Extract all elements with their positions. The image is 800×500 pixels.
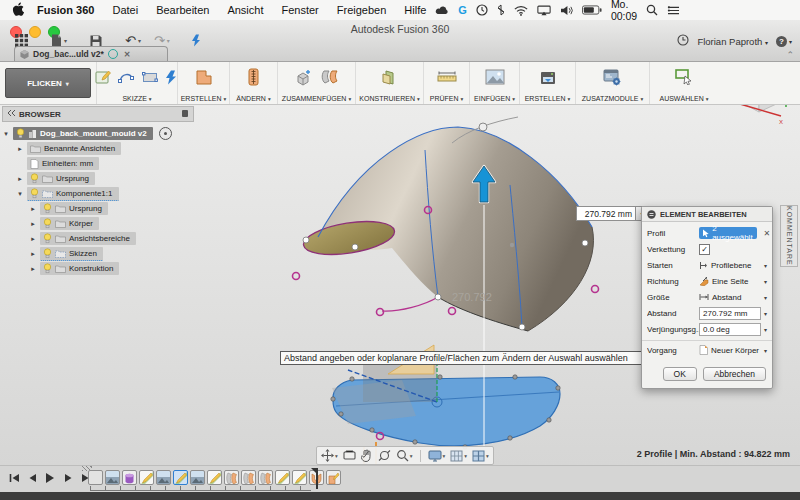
ribbon-group-label[interactable]: EINFÜGEN ▾ xyxy=(474,94,515,102)
skip-to-start-button[interactable] xyxy=(8,472,20,484)
tree-expand-icon[interactable]: ▾ xyxy=(2,130,10,138)
ribbon-group-label[interactable]: ZUSAMMENFÜGEN ▾ xyxy=(282,94,351,102)
dimension-input[interactable]: 270.792 mm xyxy=(576,206,636,221)
quilt-icon[interactable] xyxy=(320,69,338,89)
bluetooth-status-icon[interactable] xyxy=(497,4,505,16)
menu-datei[interactable]: Datei xyxy=(103,4,147,16)
activate-component-radio[interactable] xyxy=(159,127,172,140)
feature-sketch-icon[interactable] xyxy=(139,470,154,485)
clear-selection-icon[interactable]: ✕ xyxy=(763,229,770,238)
direction-dropdown[interactable]: Eine Seite ▾ xyxy=(699,277,767,286)
tree-collapse-icon[interactable]: ▸ xyxy=(29,235,37,243)
notification-center-icon[interactable] xyxy=(667,5,680,16)
spotlight-icon[interactable] xyxy=(646,4,658,16)
wifi-status-icon[interactable] xyxy=(514,5,528,16)
browser-item-root[interactable]: Dog_back_mount_mould v2 xyxy=(13,127,153,140)
timemachine-status-icon[interactable] xyxy=(476,4,488,16)
browser-item-construction[interactable]: Konstruktion xyxy=(40,262,119,275)
ribbon-group-label[interactable]: ERSTELLEN ▾ xyxy=(181,94,227,102)
feature-sketch-icon-selected[interactable] xyxy=(173,470,188,485)
rectangle-icon[interactable] xyxy=(142,70,158,88)
grid-settings-icon[interactable]: ▾ xyxy=(450,450,467,462)
taper-dropdown-icon[interactable]: ▾ xyxy=(764,326,767,333)
feature-image-icon[interactable] xyxy=(156,470,171,485)
distance-input[interactable]: 270.792 mm xyxy=(699,307,761,320)
select-icon[interactable] xyxy=(675,69,693,89)
play-button[interactable] xyxy=(44,472,56,484)
measure-ruler-icon[interactable] xyxy=(437,70,457,88)
dialog-header[interactable]: ELEMENT BEARBEITEN xyxy=(642,207,772,222)
addins-icon[interactable] xyxy=(603,69,622,90)
taper-angle-input[interactable]: 0.0 deg xyxy=(699,323,761,336)
browser-item-viewranges[interactable]: Ansichtsbereiche xyxy=(40,232,136,245)
start-dropdown[interactable]: Profilebene ▾ xyxy=(699,261,767,270)
distance-dropdown-icon[interactable]: ▾ xyxy=(764,310,767,317)
feature-sketch-icon[interactable] xyxy=(275,470,290,485)
browser-item-comp-origin[interactable]: Ursprung xyxy=(40,202,108,215)
apple-menu-icon[interactable] xyxy=(0,2,28,18)
stitch-icon[interactable] xyxy=(247,68,260,90)
comments-panel-tab[interactable]: KOMMENTARE xyxy=(780,205,798,267)
operation-dropdown[interactable]: Neuer Körper ▾ xyxy=(699,345,767,355)
ribbon-group-label[interactable]: PRÜFEN ▾ xyxy=(430,94,464,102)
menu-clock[interactable]: Mo. 00:09 xyxy=(611,0,637,22)
extent-dropdown[interactable]: Abstand ▾ xyxy=(699,293,767,302)
browser-item-named-views[interactable]: Benannte Ansichten xyxy=(27,142,121,155)
menu-fenster[interactable]: Fenster xyxy=(272,4,327,16)
orbit-tool-icon[interactable]: ▾ xyxy=(321,449,338,462)
pan-tool-icon[interactable] xyxy=(361,449,373,462)
construction-plane-icon[interactable] xyxy=(381,69,398,90)
display-settings-icon[interactable]: ▾ xyxy=(428,450,446,462)
sync-status-icon[interactable] xyxy=(188,34,206,47)
browser-item-component1[interactable]: Komponente1:1 xyxy=(27,187,119,201)
cloud-status-icon[interactable] xyxy=(435,5,449,16)
timeline-position-marker[interactable] xyxy=(316,468,318,489)
look-at-tool-icon[interactable] xyxy=(343,450,356,461)
menu-app-name[interactable]: Fusion 360 xyxy=(28,4,103,16)
ribbon-group-label[interactable]: AUSWÄHLEN ▾ xyxy=(659,94,708,102)
ghub-status-icon[interactable]: G xyxy=(458,4,467,16)
browser-item-sketches[interactable]: Skizzen xyxy=(40,247,103,261)
cancel-button[interactable]: Abbrechen xyxy=(703,367,766,381)
patch-create-icon[interactable] xyxy=(195,69,213,90)
job-status-clock-icon[interactable] xyxy=(677,34,689,48)
menu-ansicht[interactable]: Ansicht xyxy=(218,4,272,16)
tree-collapse-icon[interactable]: ▸ xyxy=(16,175,24,183)
volume-status-icon[interactable] xyxy=(560,5,573,16)
tree-collapse-icon[interactable]: ▸ xyxy=(16,145,24,153)
ribbon-group-label[interactable]: ZUSATZMODULE ▾ xyxy=(582,94,643,102)
tree-collapse-icon[interactable]: ▸ xyxy=(29,265,37,273)
tab-close-icon[interactable]: ✕ xyxy=(124,50,131,59)
feature-form-icon[interactable] xyxy=(122,470,137,485)
chaining-checkbox[interactable]: ✓ xyxy=(699,244,710,255)
feature-sketch-icon[interactable] xyxy=(207,470,222,485)
insert-image-icon[interactable] xyxy=(485,69,505,89)
profile-selection-chip[interactable]: 2 ausgewählt xyxy=(699,227,757,239)
tree-collapse-icon[interactable]: ▸ xyxy=(29,250,37,258)
document-tab[interactable]: Dog_bac...uld v2* ✕ xyxy=(14,46,168,61)
browser-filter-icon[interactable] xyxy=(181,109,189,120)
viewports-icon[interactable]: ▾ xyxy=(472,450,489,462)
user-menu[interactable]: Florian Paproth ▾ xyxy=(697,36,768,47)
workspace-selector-button[interactable]: FLICKEN▾ xyxy=(5,68,91,98)
browser-collapse-icon[interactable] xyxy=(7,109,15,119)
bolt-icon[interactable] xyxy=(165,70,179,89)
ok-button[interactable]: OK xyxy=(663,367,697,381)
feature-patch-icon[interactable] xyxy=(258,470,273,485)
feature-sketch-icon[interactable] xyxy=(292,470,307,485)
tab-sync-icon[interactable] xyxy=(108,49,118,59)
zoom-tool-icon[interactable]: ▾ xyxy=(396,449,413,462)
browser-item-bodies[interactable]: Körper xyxy=(40,217,99,230)
feature-patch-icon[interactable] xyxy=(241,470,256,485)
undo-button[interactable]: ↶▾ xyxy=(122,35,144,47)
tree-collapse-icon[interactable]: ▸ xyxy=(29,220,37,228)
create-sketch-icon[interactable] xyxy=(95,69,111,89)
tree-expand-icon[interactable]: ▾ xyxy=(16,190,24,198)
ribbon-group-label[interactable]: SKIZZE ▾ xyxy=(122,94,151,102)
feature-boundary-fill-icon[interactable] xyxy=(326,470,341,485)
step-back-button[interactable] xyxy=(26,472,38,484)
ribbon-group-label[interactable]: ERSTELLEN ▾ xyxy=(525,94,571,102)
toolbar-collapse-icon[interactable]: ⌃ xyxy=(786,50,794,60)
combine-icon[interactable] xyxy=(295,69,313,90)
step-forward-button[interactable] xyxy=(62,472,74,484)
